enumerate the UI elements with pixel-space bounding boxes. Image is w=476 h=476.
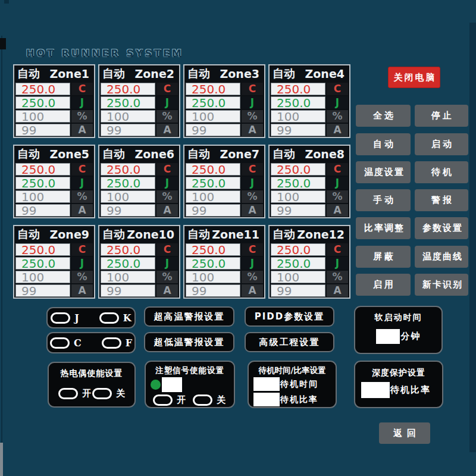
zone-sensor-type: J — [242, 177, 263, 189]
zone-panel[interactable]: 自动 Zone9 250.0 C 250.0 J 100 % — [13, 225, 95, 299]
soft-start-minutes-input[interactable] — [376, 329, 400, 344]
thermocouple-off-label: 关 — [116, 388, 126, 399]
standby-time-input[interactable] — [253, 377, 280, 391]
thermocouple-off-radio[interactable] — [92, 388, 112, 399]
zone-current-unit: A — [327, 124, 348, 136]
zone-header: 自动 Zone9 — [14, 226, 94, 242]
zone-body: 250.0 C 250.0 J 100 % 99 A — [99, 82, 179, 137]
high-temp-alarm-button[interactable]: 超高温警报设置 — [144, 306, 234, 327]
injection-enable-panel: 注塑信号使能设置 开 关 — [145, 361, 235, 408]
zone-panel[interactable]: 自动 Zone11 250.0 C 250.0 J 100 % — [183, 225, 265, 299]
zone-setpoint-row: 250.0 J — [271, 177, 348, 189]
zone-setpoint-row: 250.0 J — [186, 177, 263, 189]
zone-panel[interactable]: 自动 Zone12 250.0 C 250.0 J 100 % — [268, 225, 350, 299]
zone-current-row: 99 A — [186, 284, 263, 297]
zone-mode-label: 自动 — [273, 227, 295, 242]
zone-setpoint-value: 250.0 — [186, 96, 240, 109]
temp-unit-c-radio[interactable] — [50, 337, 70, 349]
zone-current-value: 99 — [186, 124, 240, 136]
zone-sensor-type: J — [71, 96, 93, 109]
depth-protect-panel: 深度保护设置 待机比率 — [354, 361, 443, 408]
tc-type-j-option[interactable]: J — [51, 312, 79, 324]
zone-panel[interactable]: 自动 Zone5 250.0 C 250.0 J 100 % — [13, 145, 95, 218]
zone-panel[interactable]: 自动 Zone4 250.0 C 250.0 J 100 % — [268, 64, 350, 138]
thermocouple-on-radio[interactable] — [58, 388, 78, 399]
zone-mode-label: 自动 — [17, 146, 40, 162]
zone-setpoint-value: 250.0 — [186, 257, 240, 270]
manual-mode-button[interactable]: 手动 — [356, 189, 411, 211]
zone-header: 自动 Zone6 — [99, 146, 179, 162]
app-logo: HOT RUNNER SYSTEM — [26, 48, 184, 59]
tc-type-k-radio[interactable] — [99, 312, 119, 324]
tc-type-k-label: K — [123, 312, 131, 324]
zone-current-value: 99 — [15, 124, 70, 136]
zone-grid: 自动 Zone1 250.0 C 250.0 J 100 % — [13, 64, 350, 299]
mask-zone-button[interactable]: 屏蔽 — [356, 246, 411, 268]
pidd-settings-button[interactable]: PIDD参数设置 — [245, 306, 334, 327]
zone-temp-unit: C — [71, 243, 93, 256]
zone-percent-unit: % — [71, 190, 93, 203]
zone-body: 250.0 C 250.0 J 100 % 99 A — [184, 162, 264, 218]
ratio-adjust-button[interactable]: 比率调整 — [356, 217, 411, 239]
zone-current-unit: A — [71, 204, 93, 217]
back-button[interactable]: 返回 — [379, 422, 430, 444]
thermocouple-off-option[interactable]: 关 — [92, 388, 126, 399]
zone-actual-temp-row: 250.0 C — [271, 163, 348, 176]
select-all-button[interactable]: 全选 — [356, 105, 411, 127]
zone-setpoint-value: 250.0 — [101, 96, 155, 109]
param-settings-button[interactable]: 参数设置 — [415, 217, 468, 239]
zone-percent-row: 100 % — [271, 271, 348, 283]
temp-settings-button[interactable]: 温度设置 — [356, 161, 411, 183]
zone-mode-label: 自动 — [187, 66, 210, 82]
injection-off-radio[interactable] — [193, 394, 212, 406]
tc-type-j-radio[interactable] — [51, 312, 70, 324]
thermocouple-on-option[interactable]: 开 — [58, 388, 92, 399]
zone-panel[interactable]: 自动 Zone3 250.0 C 250.0 J 100 % — [183, 64, 265, 138]
zone-panel[interactable]: 自动 Zone6 250.0 C 250.0 J 100 % — [98, 145, 180, 218]
injection-signal-input[interactable] — [162, 377, 182, 392]
new-card-button[interactable]: 新卡识别 — [415, 274, 468, 296]
zone-header: 自动 Zone5 — [14, 146, 94, 162]
injection-off-option[interactable]: 关 — [193, 394, 227, 406]
zone-mode-label: 自动 — [17, 227, 40, 242]
auto-mode-button[interactable]: 自动 — [356, 133, 411, 155]
enable-zone-button[interactable]: 启用 — [356, 274, 411, 296]
zone-panel[interactable]: 自动 Zone1 250.0 C 250.0 J 100 % — [13, 64, 95, 138]
temp-unit-c-option[interactable]: C — [50, 337, 82, 349]
injection-on-radio[interactable] — [153, 394, 173, 406]
low-temp-alarm-button[interactable]: 超低温警报设置 — [144, 332, 234, 352]
zone-mode-label: 自动 — [102, 227, 125, 242]
standby-ratio-input[interactable] — [253, 393, 280, 406]
zone-actual-temp-row: 250.0 C — [101, 243, 178, 256]
zone-panel[interactable]: 自动 Zone8 250.0 C 250.0 J 100 % — [268, 145, 350, 218]
zone-percent-unit: % — [71, 110, 93, 123]
zone-actual-temp-row: 250.0 C — [186, 163, 263, 176]
standby-button[interactable]: 待机 — [415, 161, 468, 183]
zone-temp-unit: C — [242, 243, 263, 256]
temp-unit-f-radio[interactable] — [102, 337, 121, 349]
start-button[interactable]: 启动 — [415, 133, 468, 155]
temp-unit-f-option[interactable]: F — [102, 337, 132, 349]
zone-current-row: 99 A — [186, 204, 263, 217]
temp-curve-button[interactable]: 温度曲线 — [415, 246, 468, 268]
tc-type-k-option[interactable]: K — [99, 312, 131, 324]
depth-protect-ratio-input[interactable] — [361, 382, 390, 398]
zone-name: Zone2 — [135, 67, 174, 80]
zone-percent-row: 100 % — [101, 190, 178, 203]
advanced-settings-button[interactable]: 高级工程设置 — [245, 332, 334, 352]
stop-button[interactable]: 停止 — [415, 105, 468, 127]
zone-header: 自动 Zone4 — [270, 65, 349, 82]
injection-on-option[interactable]: 开 — [153, 394, 187, 406]
zone-mode-label: 自动 — [273, 146, 295, 162]
zone-temp-unit: C — [242, 83, 263, 95]
alarm-button[interactable]: 警报 — [415, 189, 468, 211]
zone-percent-value: 100 — [101, 271, 155, 283]
zone-panel[interactable]: 自动 Zone10 250.0 C 250.0 J 100 % — [98, 225, 180, 299]
shutdown-button[interactable]: 关闭电脑 — [388, 67, 440, 88]
zone-current-value: 99 — [101, 204, 155, 217]
zone-setpoint-row: 250.0 J — [101, 257, 178, 270]
zone-name: Zone4 — [305, 67, 345, 80]
zone-panel[interactable]: 自动 Zone2 250.0 C 250.0 J 100 % — [98, 64, 180, 138]
zone-current-row: 99 A — [101, 204, 178, 217]
zone-panel[interactable]: 自动 Zone7 250.0 C 250.0 J 100 % — [183, 145, 265, 218]
